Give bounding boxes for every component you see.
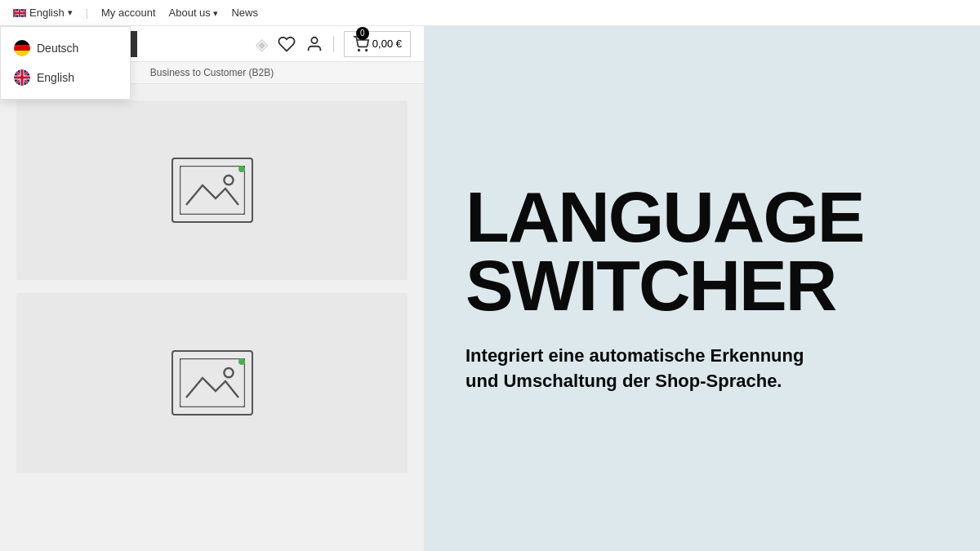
- account-icon[interactable]: [305, 35, 323, 53]
- top-nav-separator1: |: [86, 7, 88, 19]
- main-container: ◈ 0 0,00 €: [0, 26, 980, 551]
- svg-point-8: [359, 49, 360, 51]
- top-nav: English ▾ | My account About us ▾ News D…: [0, 0, 980, 26]
- svg-point-13: [224, 368, 233, 377]
- de-flag-icon: [14, 40, 30, 56]
- cart-button[interactable]: 0 0,00 €: [344, 31, 411, 57]
- brand-icon: ◈: [256, 34, 268, 54]
- dropdown-deutsch[interactable]: Deutsch: [1, 33, 130, 63]
- promo-panel: LANGUAGE SWITCHER Integriert eine automa…: [425, 26, 980, 551]
- deutsch-label: Deutsch: [37, 42, 78, 55]
- nav-divider: [333, 36, 334, 52]
- gb-flag-dropdown-icon: [14, 69, 30, 86]
- chevron-icon: ▾: [68, 7, 73, 18]
- promo-title-line1: LANGUAGE: [466, 183, 939, 251]
- cart-price: 0,00 €: [372, 38, 402, 50]
- cart-badge: 0: [356, 27, 369, 40]
- svg-rect-12: [180, 358, 245, 407]
- product-area: [0, 84, 424, 551]
- news-link[interactable]: News: [231, 7, 258, 19]
- promo-title-line2: SWITCHER: [466, 251, 939, 320]
- promo-description: Integriert eine automatische Erkennung u…: [466, 344, 841, 394]
- wishlist-icon[interactable]: [278, 35, 296, 53]
- svg-rect-1: [14, 40, 30, 46]
- status-dot-1: [238, 166, 245, 172]
- svg-rect-10: [180, 166, 245, 215]
- svg-rect-3: [14, 51, 30, 56]
- shop-panel: ◈ 0 0,00 €: [0, 26, 425, 551]
- product-card-1: [16, 100, 408, 280]
- svg-point-7: [311, 37, 317, 42]
- my-account-link[interactable]: My account: [101, 7, 155, 19]
- product-card-2: [16, 293, 408, 473]
- product-image-2: [172, 350, 253, 415]
- image-placeholder-icon-2: [180, 358, 245, 407]
- language-switcher[interactable]: English ▾: [13, 7, 73, 19]
- language-label: English: [29, 7, 65, 19]
- image-placeholder-icon-1: [180, 166, 245, 215]
- svg-point-9: [366, 49, 368, 51]
- about-us-link[interactable]: About us ▾: [169, 7, 219, 19]
- svg-rect-2: [14, 46, 30, 51]
- svg-point-11: [224, 176, 233, 184]
- b2b-label: Business to Customer (B2B): [150, 67, 274, 78]
- promo-title: LANGUAGE SWITCHER: [466, 183, 939, 319]
- english-label: English: [37, 71, 74, 84]
- language-dropdown: Deutsch English: [0, 26, 131, 100]
- status-dot-2: [238, 358, 245, 365]
- gb-flag-icon: [13, 8, 26, 18]
- dropdown-english[interactable]: English: [1, 63, 130, 92]
- shop-icons: ◈ 0 0,00 €: [256, 31, 411, 57]
- product-image-1: [172, 158, 253, 223]
